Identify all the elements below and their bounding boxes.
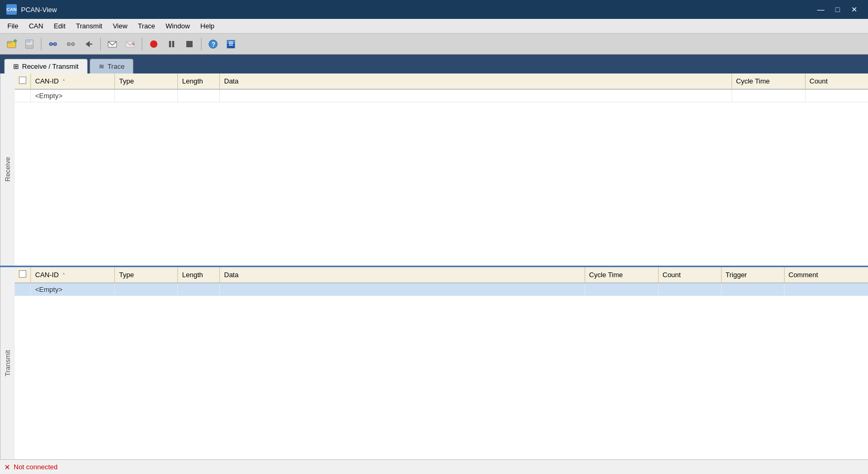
receive-col-type: Type xyxy=(115,73,178,89)
tabs-area: ⊞ Receive / Transmit ≋ Trace xyxy=(0,55,868,73)
receive-row-count xyxy=(805,89,868,102)
titlebar: CAN PCAN-View — □ ✕ xyxy=(0,0,868,19)
receive-empty-row[interactable]: <Empty> xyxy=(15,89,868,102)
toolbar: ↑ ? xyxy=(0,34,868,55)
tab-receive-transmit-icon: ⊞ xyxy=(13,62,19,70)
receive-row-cycletime xyxy=(732,89,805,102)
tab-receive-transmit-label: Receive / Transmit xyxy=(22,62,79,70)
menu-transmit[interactable]: Transmit xyxy=(71,21,108,31)
receive-section: Receive CAN-ID ˄ Type xyxy=(0,73,868,267)
transmit-table-header-row: CAN-ID ˄ Type Length Data xyxy=(15,267,868,283)
transmit-row-checkbox xyxy=(15,283,31,296)
svg-rect-20 xyxy=(169,41,171,47)
msg-receive-button[interactable] xyxy=(104,36,121,52)
transmit-col-cycletime: Cycle Time xyxy=(585,267,658,283)
transmit-col-data: Data xyxy=(220,267,585,283)
receive-label: Receive xyxy=(0,73,15,266)
main-content: Receive CAN-ID ˄ Type xyxy=(0,73,868,459)
svg-point-11 xyxy=(71,43,75,46)
menu-window[interactable]: Window xyxy=(161,21,195,31)
svg-rect-26 xyxy=(227,44,235,48)
transmit-row-length xyxy=(178,283,220,296)
receive-col-checkbox xyxy=(15,73,31,89)
pause-button[interactable] xyxy=(163,36,180,52)
disconnect-button[interactable] xyxy=(62,36,79,52)
transmit-canid-sort[interactable]: ˄ xyxy=(62,272,65,278)
menu-edit[interactable]: Edit xyxy=(48,21,70,31)
transmit-section: Transmit CAN-ID ˄ Type xyxy=(0,267,868,459)
tab-trace-label: Trace xyxy=(108,62,125,70)
minimize-button[interactable]: — xyxy=(813,4,828,15)
transmit-empty-row[interactable]: <Empty> xyxy=(15,283,868,296)
toolbar-sep-3 xyxy=(142,38,142,50)
receive-row-canid: <Empty> xyxy=(31,89,115,102)
svg-point-7 xyxy=(49,43,52,46)
transmit-row-cycletime xyxy=(585,283,658,296)
svg-point-8 xyxy=(54,43,57,46)
menu-can[interactable]: CAN xyxy=(24,21,48,31)
receive-table-header-row: CAN-ID ˄ Type Length Data xyxy=(15,73,868,89)
svg-text:?: ? xyxy=(211,41,215,48)
menu-help[interactable]: Help xyxy=(195,21,220,31)
tab-trace[interactable]: ≋ Trace xyxy=(90,59,134,73)
receive-table: CAN-ID ˄ Type Length Data xyxy=(15,73,868,102)
svg-text:↑: ↑ xyxy=(14,39,16,43)
svg-rect-1 xyxy=(7,41,11,43)
back-button[interactable] xyxy=(80,36,97,52)
open-button[interactable]: ↑ xyxy=(3,36,20,52)
maximize-button[interactable]: □ xyxy=(830,4,845,15)
menu-trace[interactable]: Trace xyxy=(133,21,161,31)
transmit-col-trigger: Trigger xyxy=(721,267,784,283)
receive-col-canid: CAN-ID ˄ xyxy=(31,73,115,89)
receive-row-data xyxy=(220,89,732,102)
titlebar-left: CAN PCAN-View xyxy=(6,4,57,15)
transmit-row-data xyxy=(220,283,585,296)
toolbar-sep-2 xyxy=(100,38,101,50)
receive-select-all-checkbox[interactable] xyxy=(19,77,26,84)
toolbar-sep-4 xyxy=(201,38,202,50)
transmit-col-canid: CAN-ID ˄ xyxy=(31,267,115,283)
menu-file[interactable]: File xyxy=(2,21,24,31)
stop-button[interactable] xyxy=(181,36,198,52)
transmit-row-canid: <Empty> xyxy=(31,283,115,296)
transmit-col-checkbox xyxy=(15,267,31,283)
msg-transmit-button[interactable] xyxy=(122,36,139,52)
statusbar: ✕ Not connected xyxy=(0,459,868,474)
status-text: Not connected xyxy=(14,463,58,471)
receive-row-checkbox xyxy=(15,89,31,102)
transmit-row-type xyxy=(115,283,178,296)
svg-rect-5 xyxy=(27,40,31,43)
transmit-col-comment: Comment xyxy=(784,267,868,283)
receive-row-length xyxy=(178,89,220,102)
receive-col-data: Data xyxy=(220,73,732,89)
receive-row-type xyxy=(115,89,178,102)
receive-canid-sort[interactable]: ˄ xyxy=(62,79,65,85)
help-button[interactable]: ? xyxy=(205,36,221,52)
record-button[interactable] xyxy=(145,36,162,52)
receive-col-cycletime: Cycle Time xyxy=(732,73,805,89)
receive-col-count: Count xyxy=(805,73,868,89)
menu-view[interactable]: View xyxy=(108,21,133,31)
info-button[interactable] xyxy=(223,36,239,52)
status-icon: ✕ xyxy=(4,463,10,471)
transmit-row-trigger xyxy=(721,283,784,296)
transmit-table-container[interactable]: CAN-ID ˄ Type Length Data xyxy=(15,267,868,459)
transmit-row-count xyxy=(658,283,721,296)
menubar: File CAN Edit Transmit View Trace Window… xyxy=(0,19,868,34)
transmit-col-length: Length xyxy=(178,267,220,283)
app-icon: CAN xyxy=(6,4,17,15)
svg-point-10 xyxy=(67,43,70,46)
tab-trace-icon: ≋ xyxy=(99,62,104,70)
transmit-col-count: Count xyxy=(658,267,721,283)
transmit-label: Transmit xyxy=(0,267,15,459)
svg-rect-6 xyxy=(27,45,32,47)
receive-table-container[interactable]: CAN-ID ˄ Type Length Data xyxy=(15,73,868,266)
tab-receive-transmit[interactable]: ⊞ Receive / Transmit xyxy=(4,59,88,73)
save-button[interactable] xyxy=(21,36,38,52)
svg-rect-21 xyxy=(172,41,174,47)
svg-point-19 xyxy=(150,40,157,48)
transmit-select-all-checkbox[interactable] xyxy=(19,270,26,278)
close-button[interactable]: ✕ xyxy=(847,4,862,15)
app-title: PCAN-View xyxy=(21,6,57,14)
connect-button[interactable] xyxy=(45,36,61,52)
